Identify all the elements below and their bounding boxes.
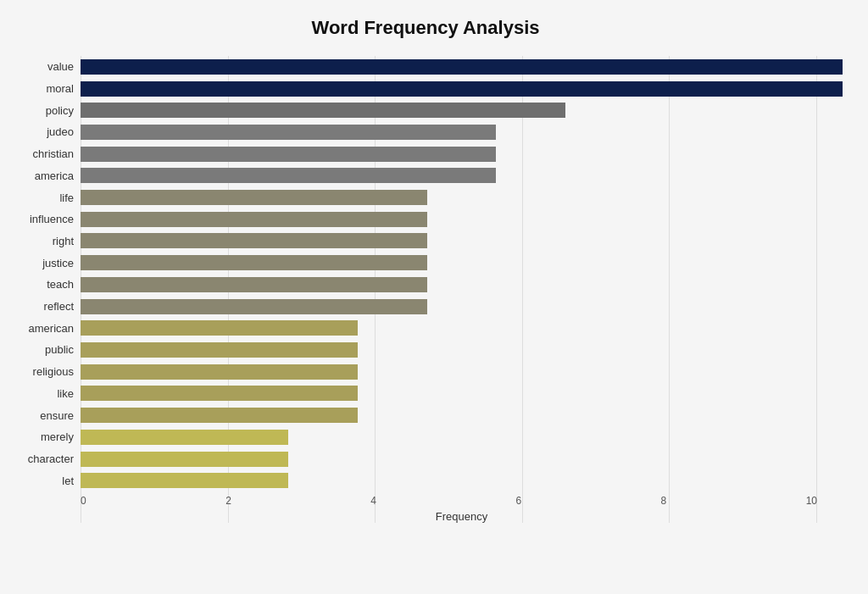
x-tick: 6	[515, 495, 521, 507]
bar	[81, 342, 358, 358]
bar-track	[81, 59, 843, 75]
bar-track	[81, 342, 843, 358]
bar-track	[81, 277, 843, 292]
bar-track	[81, 81, 843, 97]
bar-label: influence	[8, 213, 81, 225]
bar-row: merely	[8, 426, 843, 448]
x-tick: 2	[225, 495, 231, 507]
bar-track	[81, 103, 843, 118]
bar-track	[81, 233, 843, 248]
bars-container: valuemoralpolicyjudeochristianamericalif…	[8, 56, 843, 491]
bar-track	[81, 168, 843, 183]
bar-track	[81, 320, 843, 336]
bar-row: american	[8, 317, 843, 339]
x-axis-ticks-row: 0246810	[8, 495, 843, 507]
bar	[81, 125, 496, 140]
bar-track	[81, 430, 843, 445]
bar	[81, 299, 427, 314]
bar-label: merely	[8, 430, 81, 443]
bar-row: christian	[8, 143, 843, 165]
x-axis-tick-labels: 0246810	[81, 495, 843, 507]
bar	[81, 190, 427, 205]
bar-row: justice	[8, 252, 843, 274]
x-tick: 0	[81, 495, 86, 507]
bar-row: ensure	[8, 404, 843, 426]
bar-row: influence	[8, 208, 843, 230]
bar	[81, 168, 496, 183]
x-tick: 10	[806, 495, 817, 507]
bar	[81, 364, 358, 380]
bar-track	[81, 386, 843, 401]
bar-row: let	[8, 469, 843, 491]
bar-row: value	[8, 56, 843, 78]
bar-label: public	[8, 343, 81, 356]
bar-row: right	[8, 230, 843, 253]
bar-row: america	[8, 165, 843, 187]
bar-row: life	[8, 186, 843, 208]
bar-label: american	[8, 322, 81, 335]
bar-track	[81, 255, 843, 270]
bar	[81, 473, 288, 488]
bar-track	[81, 212, 843, 227]
bar-track	[81, 408, 843, 423]
bar-row: moral	[8, 78, 843, 100]
bar-label: policy	[8, 104, 81, 117]
bar-track	[81, 190, 843, 205]
bar-row: like	[8, 383, 843, 405]
bar-label: justice	[8, 257, 81, 269]
bar-row: character	[8, 448, 843, 470]
bar-label: right	[8, 235, 81, 247]
bar	[81, 452, 288, 467]
bar-track	[81, 364, 843, 380]
x-tick: 8	[661, 495, 667, 507]
bar-track	[81, 125, 843, 140]
bar-row: religious	[8, 361, 843, 383]
bar-row: policy	[8, 99, 843, 121]
bar-label: moral	[8, 82, 81, 95]
bar-track	[81, 147, 843, 162]
bar-row: judeo	[8, 121, 843, 143]
bar-label: america	[8, 169, 81, 182]
x-tick: 4	[370, 495, 376, 507]
bar-row: public	[8, 339, 843, 361]
bar	[81, 320, 358, 336]
bar-row: reflect	[8, 296, 843, 318]
bar	[81, 147, 496, 162]
x-axis-label: Frequency	[8, 510, 843, 523]
bar-label: reflect	[8, 300, 81, 313]
chart-title: Word Frequency Analysis	[8, 17, 843, 39]
bar	[81, 386, 358, 401]
bar-track	[81, 473, 843, 488]
bar	[81, 212, 427, 227]
bar	[81, 277, 427, 292]
bar	[81, 255, 427, 270]
bar-track	[81, 299, 843, 314]
bar-row: teach	[8, 274, 843, 296]
bar	[81, 103, 565, 118]
bar-label: value	[8, 60, 81, 73]
chart-container: Word Frequency Analysis valuemoralpolicy…	[0, 0, 868, 594]
bar-label: let	[8, 475, 81, 487]
bar	[81, 81, 843, 97]
bar-track	[81, 452, 843, 467]
bar-label: life	[8, 192, 81, 204]
bar-label: character	[8, 452, 81, 465]
bar-label: christian	[8, 147, 81, 160]
bar-label: teach	[8, 278, 81, 291]
bar-label: ensure	[8, 409, 81, 422]
bar	[81, 430, 288, 445]
bar-label: judeo	[8, 125, 81, 138]
bar-label: religious	[8, 365, 81, 378]
bar	[81, 233, 427, 248]
bar	[81, 408, 358, 423]
bar	[81, 59, 843, 75]
bar-label: like	[8, 387, 81, 400]
